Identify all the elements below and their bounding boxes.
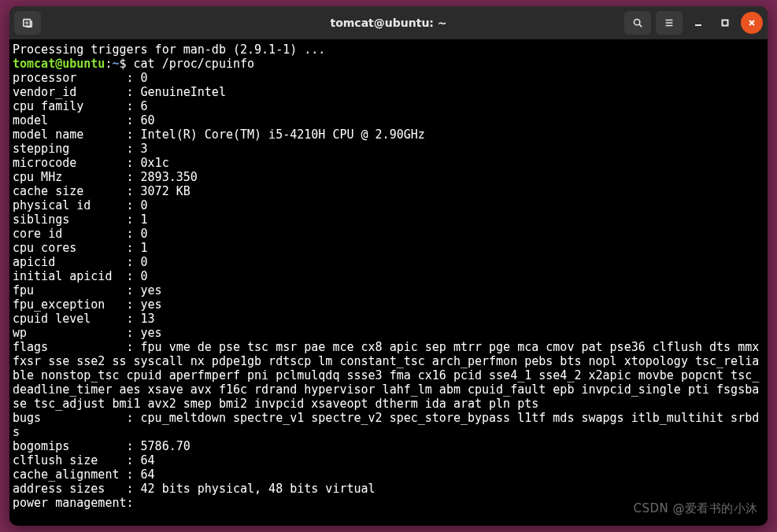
cpuinfo-line: cpuid level : 13 [13,312,764,326]
cpuinfo-line: address sizes : 42 bits physical, 48 bit… [13,482,764,496]
cpuinfo-line: cache_alignment : 64 [13,467,764,482]
close-button[interactable] [741,12,763,34]
titlebar: tomcat@ubuntu: ~ [9,6,768,39]
cpuinfo-line: cpu cores : 1 [13,241,764,255]
cpuinfo-line: stepping : 3 [13,142,764,156]
cpuinfo-line: wp : yes [13,326,764,340]
maximize-icon [720,17,731,28]
cpuinfo-line: physical id : 0 [13,198,764,212]
terminal-window: tomcat@ubuntu: ~ [9,6,768,526]
hamburger-icon [664,17,675,28]
search-button[interactable] [624,11,651,35]
cpuinfo-line: bogomips : 5786.70 [13,439,764,453]
cpuinfo-line: power management: [13,496,764,510]
cpuinfo-line: cpu MHz : 2893.350 [13,170,764,184]
prompt-line[interactable]: tomcat@ubuntu:~$ [13,524,764,526]
cpuinfo-line: cpu family : 6 [13,99,764,113]
cpuinfo-line: processor : 0 [13,71,764,85]
cpuinfo-line: siblings : 1 [13,212,764,227]
maximize-button[interactable] [714,12,736,34]
prompt-user-host: tomcat@ubuntu [13,57,105,71]
cpuinfo-line: fpu_exception : yes [13,297,764,312]
cpuinfo-line: cache size : 3072 KB [13,184,764,198]
cpuinfo-line: clflush size : 64 [13,453,764,467]
cpuinfo-line: flags : fpu vme de pse tsc msr pae mce c… [13,340,764,411]
cpuinfo-line: apicid : 0 [13,255,764,269]
cpuinfo-line: fpu : yes [13,283,764,297]
command-text: cat /proc/cpuinfo [134,57,255,71]
search-icon [632,17,643,28]
output-line: Processing triggers for man-db (2.9.1-1)… [13,42,764,57]
cpuinfo-line: core id : 0 [13,227,764,241]
titlebar-left [9,11,41,35]
terminal-output[interactable]: Processing triggers for man-db (2.9.1-1)… [9,39,768,526]
cpuinfo-line: bugs : cpu_meltdown spectre_v1 spectre_v… [13,411,764,439]
minimize-button[interactable] [687,12,709,34]
blank-line [13,510,764,524]
new-tab-button[interactable] [14,11,41,35]
prompt-symbol: $ [119,57,133,71]
svg-point-1 [634,19,639,24]
titlebar-right [624,11,768,35]
cpuinfo-line: model name : Intel(R) Core(TM) i5-4210H … [13,127,764,142]
cpuinfo-line: vendor_id : GenuineIntel [13,85,764,99]
cpuinfo-line: initial apicid : 0 [13,269,764,283]
menu-button[interactable] [656,11,683,35]
svg-line-2 [639,24,642,27]
command-line: tomcat@ubuntu:~$ cat /proc/cpuinfo [13,57,764,71]
cpuinfo-line: model : 60 [13,113,764,127]
svg-rect-7 [723,20,728,26]
prompt-symbol: $ [119,524,133,526]
prompt-user-host: tomcat@ubuntu [13,524,105,526]
cpuinfo-line: microcode : 0x1c [13,156,764,170]
minimize-icon [693,17,704,28]
new-tab-icon [22,17,33,28]
close-icon [746,17,757,28]
